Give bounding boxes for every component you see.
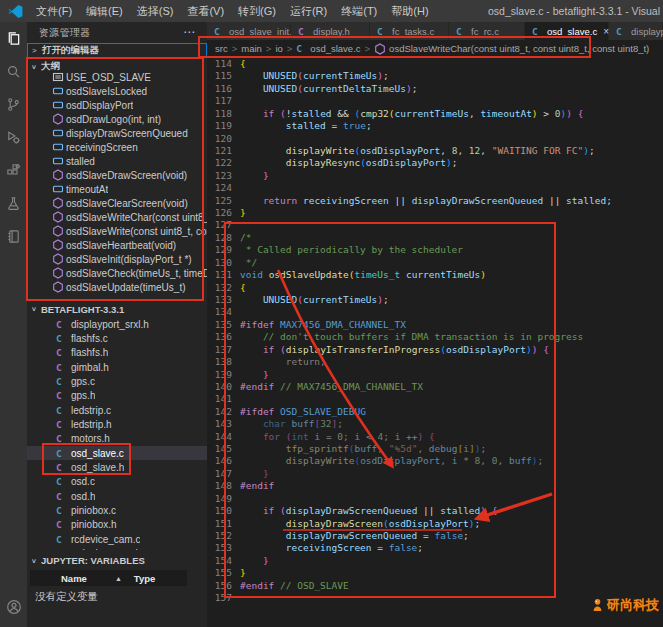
outline-item-osdslaveclearscreen[interactable]: osdSlaveClearScreen(void) <box>27 196 207 210</box>
outline-item-displaydrawscreenqueued[interactable]: displayDrawScreenQueued <box>27 126 207 140</box>
code-editor[interactable]: 114{115 UNUSED(currentTimeUs);116 UNUSED… <box>207 22 663 627</box>
outline-item-osdslaveinit[interactable]: osdSlaveInit(displayPort_t *) <box>27 252 207 266</box>
tab-displaypo[interactable]: Cdisplaypo <box>609 22 663 40</box>
code-line-120[interactable]: 120 <box>207 133 663 145</box>
code-line-116[interactable]: 116 UNUSED(currentDeltaTimeUs); <box>207 83 663 95</box>
menu-terminal[interactable]: 终端(T) <box>334 0 384 22</box>
breadcrumb-io[interactable]: io <box>275 43 282 54</box>
menu-selection[interactable]: 选择(S) <box>130 0 181 22</box>
code-line-121[interactable]: 121 displayWrite(osdDisplayPort, 8, 12, … <box>207 145 663 157</box>
more-actions-icon[interactable]: ⋯ <box>183 22 195 43</box>
outline-item-osdslavecheck[interactable]: osdSlaveCheck(timeUs_t, timeDelta... <box>27 266 207 280</box>
outline-item-osdslaveheartbeat[interactable]: osdSlaveHeartbeat(void) <box>27 238 207 252</box>
run-debug-icon[interactable] <box>0 121 27 154</box>
tab-fc-tasks-c[interactable]: Cfc_tasks.c <box>370 22 449 40</box>
code-line-127[interactable]: 127 <box>207 219 663 231</box>
file-gps-c[interactable]: Cgps.c <box>27 374 207 388</box>
code-line-126[interactable]: 126} <box>207 207 663 219</box>
code-line-146[interactable]: 146 displayWrite(osdDisplayPort, i * 8, … <box>207 455 663 467</box>
outline-item-receivingscreen[interactable]: receivingScreen <box>27 140 207 154</box>
file-osd-c[interactable]: Cosd.c <box>27 475 207 489</box>
code-line-149[interactable]: 149 <box>207 493 663 505</box>
file-gps-h[interactable]: Cgps.h <box>27 389 207 403</box>
code-line-131[interactable]: 131void osdSlaveUpdate(timeUs_t currentT… <box>207 269 663 281</box>
code-line-135[interactable]: 135#ifdef MAX7456_DMA_CHANNEL_TX <box>207 319 663 331</box>
menu-run[interactable]: 运行(R) <box>283 0 334 22</box>
code-line-142[interactable]: 142#ifdef OSD_SLAVE_DEBUG <box>207 406 663 418</box>
file-rcdevice-cam-c[interactable]: Crcdevice_cam.c <box>27 532 207 546</box>
outline-item-use-osd-slave[interactable]: USE_OSD_SLAVE <box>27 70 207 84</box>
outline-item-stalled[interactable]: stalled <box>27 154 207 168</box>
file-piniobox-h[interactable]: Cpiniobox.h <box>27 518 207 532</box>
menu-go[interactable]: 转到(G) <box>231 0 283 22</box>
code-line-156[interactable]: 156#endif // OSD_SLAVE <box>207 580 663 592</box>
code-line-139[interactable]: 139 } <box>207 369 663 381</box>
code-line-115[interactable]: 115 UNUSED(currentTimeUs); <box>207 70 663 82</box>
code-line-130[interactable]: 130 */ <box>207 257 663 269</box>
code-line-151[interactable]: 151 displayDrawScreen(osdDisplayPort); <box>207 518 663 530</box>
source-control-icon[interactable] <box>0 88 27 121</box>
menu-file[interactable]: 文件(F) <box>29 0 79 22</box>
file-gimbal-h[interactable]: Cgimbal.h <box>27 360 207 374</box>
outline-item-osdslaveislocked[interactable]: osdSlaveIsLocked <box>27 84 207 98</box>
account-icon[interactable] <box>0 590 27 623</box>
code-line-145[interactable]: 145 tfp_sprintf(buff, "%5d", debug[i]); <box>207 443 663 455</box>
extensions-icon[interactable] <box>0 154 27 187</box>
file-ledstrip-h[interactable]: Cledstrip.h <box>27 417 207 431</box>
code-line-123[interactable]: 123 } <box>207 170 663 182</box>
tab-display-h[interactable]: Cdisplay.h <box>291 22 370 40</box>
outline-item-timeoutat[interactable]: timeoutAt <box>27 182 207 196</box>
file-osd-slave-c[interactable]: Cosd_slave.c <box>27 446 207 460</box>
code-line-154[interactable]: 154 } <box>207 555 663 567</box>
search-icon[interactable] <box>0 55 27 88</box>
file-displayport-srxl-h[interactable]: Cdisplayport_srxl.h <box>27 317 207 331</box>
code-line-141[interactable]: 141 <box>207 393 663 405</box>
file-motors-h[interactable]: Cmotors.h <box>27 432 207 446</box>
code-line-125[interactable]: 125 return receivingScreen || displayDra… <box>207 195 663 207</box>
file-ledstrip-c[interactable]: Cledstrip.c <box>27 403 207 417</box>
code-line-148[interactable]: 148#endif <box>207 480 663 492</box>
code-line-119[interactable]: 119 stalled = true; <box>207 120 663 132</box>
code-line-147[interactable]: 147 } <box>207 468 663 480</box>
breadcrumb[interactable]: src>main>io>Cosd_slave.c>osdSlaveWriteCh… <box>207 40 663 57</box>
file-rcdevice-cam-h[interactable]: Crcdevice_cam.h <box>27 547 207 551</box>
code-line-136[interactable]: 136 // don't touch buffers if DMA transa… <box>207 331 663 343</box>
files-icon[interactable] <box>0 22 27 55</box>
code-line-134[interactable]: 134 <box>207 306 663 318</box>
code-line-122[interactable]: 122 displayResync(osdDisplayPort); <box>207 157 663 169</box>
code-line-118[interactable]: 118 if (!stalled && (cmp32(currentTimeUs… <box>207 108 663 120</box>
sort-ascending-icon[interactable]: ▲ <box>115 575 122 582</box>
notebook-icon[interactable] <box>0 220 27 253</box>
code-line-129[interactable]: 129 * Called periodically by the schedul… <box>207 244 663 256</box>
menu-view[interactable]: 查看(V) <box>180 0 231 22</box>
section-open-editors[interactable]: 打开的编辑器 <box>27 43 207 58</box>
tab-osd-slave-init-c[interactable]: Cosd_slave_init.c <box>207 22 291 40</box>
code-line-138[interactable]: 138 return; <box>207 356 663 368</box>
file-flashfs-h[interactable]: Cflashfs.h <box>27 346 207 360</box>
code-line-117[interactable]: 117 <box>207 95 663 107</box>
column-name[interactable]: Name <box>61 573 87 584</box>
tab-osd-slave-c[interactable]: Cosd_slave.c× <box>525 22 609 40</box>
code-line-144[interactable]: 144 for (int i = 0; i < 4; i ++) { <box>207 431 663 443</box>
breadcrumb-src[interactable]: src <box>215 43 228 54</box>
outline-item-osdslaveupdate[interactable]: osdSlaveUpdate(timeUs_t) <box>27 280 207 294</box>
breadcrumb-symbol[interactable]: osdSlaveWriteChar(const uint8_t, const u… <box>389 43 649 54</box>
code-line-150[interactable]: 150 if (displayDrawScreenQueued || stall… <box>207 505 663 517</box>
menu-edit[interactable]: 编辑(E) <box>79 0 130 22</box>
breadcrumb-file[interactable]: osd_slave.c <box>310 43 360 54</box>
code-line-114[interactable]: 114{ <box>207 58 663 70</box>
code-line-133[interactable]: 133 UNUSED(currentTimeUs); <box>207 294 663 306</box>
section-jupyter-variables[interactable]: JUPYTER: VARIABLES <box>27 553 207 568</box>
outline-item-osdslavedrawscreen[interactable]: osdSlaveDrawScreen(void) <box>27 168 207 182</box>
menu-help[interactable]: 帮助(H) <box>384 0 435 22</box>
file-flashfs-c[interactable]: Cflashfs.c <box>27 331 207 345</box>
code-line-155[interactable]: 155} <box>207 567 663 579</box>
code-line-153[interactable]: 153 receivingScreen = false; <box>207 542 663 554</box>
file-osd-h[interactable]: Cosd.h <box>27 489 207 503</box>
code-line-137[interactable]: 137 if (displayIsTransferInProgress(osdD… <box>207 344 663 356</box>
code-line-152[interactable]: 152 displayDrawScreenQueued = false; <box>207 530 663 542</box>
file-piniobox-c[interactable]: Cpiniobox.c <box>27 503 207 517</box>
breadcrumb-main[interactable]: main <box>241 43 262 54</box>
section-project[interactable]: BETAFLIGHT-3.3.1 <box>27 302 207 317</box>
code-line-143[interactable]: 143 char buff[32]; <box>207 418 663 430</box>
